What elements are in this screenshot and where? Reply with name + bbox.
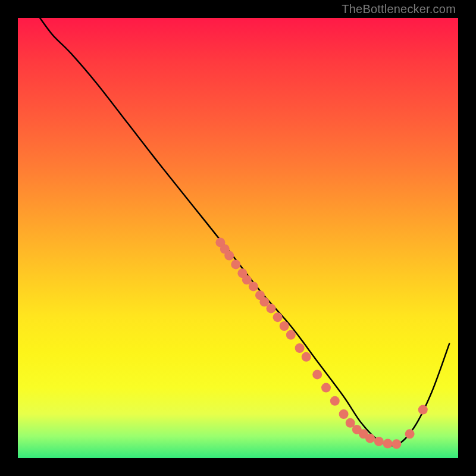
data-point	[295, 343, 305, 353]
data-point	[374, 437, 384, 446]
data-point	[330, 396, 340, 406]
plot-area	[18, 18, 458, 458]
data-point	[286, 330, 296, 340]
data-point	[302, 352, 311, 362]
bottleneck-curve	[40, 18, 449, 446]
data-point	[249, 281, 258, 291]
watermark-text: TheBottlenecker.com	[342, 2, 456, 16]
data-point	[392, 439, 401, 449]
data-point	[383, 439, 393, 449]
chart-svg	[18, 18, 458, 458]
data-point	[312, 369, 322, 379]
data-point	[321, 383, 331, 393]
data-markers	[215, 237, 427, 449]
data-point	[418, 405, 428, 415]
chart-stage: TheBottlenecker.com	[0, 0, 476, 476]
data-point	[280, 321, 289, 331]
data-point	[231, 259, 240, 269]
data-point	[224, 251, 234, 261]
data-point	[339, 409, 349, 419]
data-point	[365, 434, 375, 443]
data-point	[273, 312, 283, 322]
data-point	[405, 429, 415, 439]
data-point	[267, 303, 276, 313]
